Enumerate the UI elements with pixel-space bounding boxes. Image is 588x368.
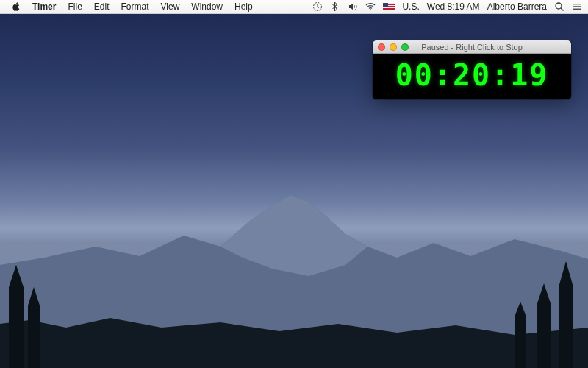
wallpaper-mountains xyxy=(0,177,588,368)
menu-edit[interactable]: Edit xyxy=(88,0,115,13)
svg-point-2 xyxy=(556,3,562,9)
menu-file[interactable]: File xyxy=(62,0,87,13)
menu-view[interactable]: View xyxy=(155,0,186,13)
menubar-clock[interactable]: Wed 8:19 AM xyxy=(427,1,480,12)
menubar: Timer File Edit Format View Window Help … xyxy=(0,0,588,14)
svg-rect-6 xyxy=(573,9,581,10)
apple-menu[interactable] xyxy=(6,0,26,13)
menubar-user[interactable]: Alberto Barrera xyxy=(487,1,547,12)
timer-titlebar[interactable]: Paused - Right Click to Stop xyxy=(373,40,571,54)
wifi-icon[interactable] xyxy=(365,1,376,12)
timemachine-icon[interactable] xyxy=(312,1,323,12)
input-source[interactable] xyxy=(383,3,395,10)
window-close-button[interactable] xyxy=(378,43,385,51)
input-source-label[interactable]: U.S. xyxy=(402,1,419,12)
menu-format[interactable]: Format xyxy=(115,0,155,13)
svg-rect-4 xyxy=(573,4,581,4)
app-menu[interactable]: Timer xyxy=(26,0,62,13)
svg-line-3 xyxy=(561,8,564,11)
us-flag-icon xyxy=(383,3,395,10)
menu-help[interactable]: Help xyxy=(229,0,259,13)
timer-window[interactable]: Paused - Right Click to Stop 00:20:19 xyxy=(373,40,571,99)
menu-window[interactable]: Window xyxy=(185,0,229,13)
window-zoom-button[interactable] xyxy=(401,43,409,51)
notification-center-icon[interactable] xyxy=(572,1,582,12)
timer-readout[interactable]: 00:20:19 xyxy=(373,54,571,99)
volume-icon[interactable] xyxy=(348,1,358,12)
svg-point-1 xyxy=(370,9,371,10)
svg-rect-5 xyxy=(573,6,581,7)
bluetooth-icon[interactable] xyxy=(330,1,340,12)
window-minimize-button[interactable] xyxy=(390,43,397,51)
spotlight-icon[interactable] xyxy=(554,1,564,12)
